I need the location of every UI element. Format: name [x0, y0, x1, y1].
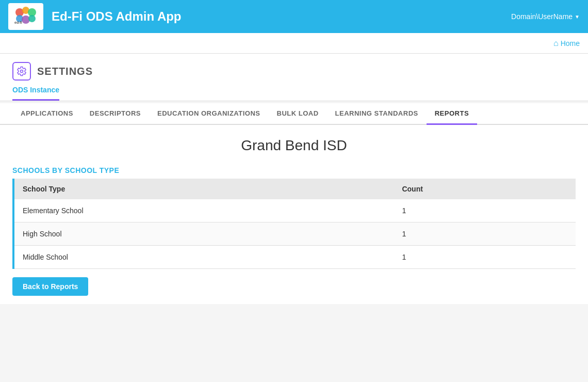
cell-count: 1	[394, 199, 576, 222]
cell-school-type: Middle School	[13, 246, 394, 269]
ods-instance-tab[interactable]: ODS Instance	[12, 81, 59, 101]
back-to-reports-button[interactable]: Back to Reports	[12, 277, 88, 296]
section-heading: SCHOOLS BY SCHOOL TYPE	[0, 162, 588, 179]
tab-education-organizations[interactable]: EDUCATION ORGANIZATIONS	[149, 103, 269, 125]
cell-count: 1	[394, 246, 576, 269]
top-nav: ⌂ Home	[0, 33, 588, 54]
home-link[interactable]: ⌂ Home	[553, 39, 580, 48]
svg-text:ed-fi: ed-fi	[14, 21, 22, 24]
username-label: Domain\UserName	[511, 12, 573, 21]
tab-descriptors[interactable]: DESCRIPTORS	[81, 103, 149, 125]
ed-fi-logo: ed-fi	[13, 6, 38, 27]
sub-navigation: APPLICATIONS DESCRIPTORS EDUCATION ORGAN…	[0, 103, 588, 125]
table-row: High School 1	[13, 222, 576, 246]
tab-reports[interactable]: REPORTS	[427, 103, 477, 125]
svg-point-5	[28, 15, 36, 22]
app-title: Ed-Fi ODS Admin App	[52, 9, 511, 24]
cell-count: 1	[394, 222, 576, 246]
app-header: ed-fi Ed-Fi ODS Admin App Domain\UserNam…	[0, 0, 588, 33]
tab-applications[interactable]: APPLICATIONS	[12, 103, 81, 125]
tab-bulk-load[interactable]: BULK LOAD	[269, 103, 327, 125]
cell-school-type: High School	[13, 222, 394, 246]
logo-container: ed-fi	[8, 3, 43, 30]
schools-table: School Type Count Elementary School 1 Hi…	[12, 179, 576, 269]
schools-table-wrapper: School Type Count Elementary School 1 Hi…	[0, 179, 588, 269]
ods-tab-bar: ODS Instance	[0, 81, 588, 101]
col-school-type: School Type	[13, 179, 394, 199]
table-row: Elementary School 1	[13, 199, 576, 222]
col-count: Count	[394, 179, 576, 199]
home-label: Home	[561, 39, 580, 47]
home-icon: ⌂	[553, 39, 559, 48]
tab-learning-standards[interactable]: LEARNING STANDARDS	[327, 103, 427, 125]
page-title: Grand Bend ISD	[0, 125, 588, 162]
settings-icon	[12, 62, 31, 81]
cell-school-type: Elementary School	[13, 199, 394, 222]
settings-header: SETTINGS	[0, 54, 588, 81]
table-row: Middle School 1	[13, 246, 576, 269]
table-header-row: School Type Count	[13, 179, 576, 199]
user-menu[interactable]: Domain\UserName ▼	[511, 12, 580, 21]
settings-title: SETTINGS	[37, 66, 93, 77]
footer: Back to Reports	[0, 269, 588, 304]
caret-down-icon: ▼	[575, 14, 580, 20]
